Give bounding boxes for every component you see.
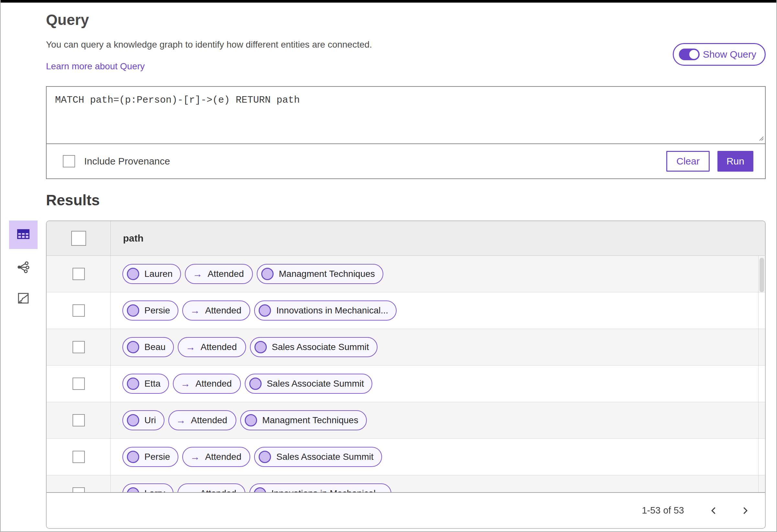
- graph-view-button[interactable]: [9, 253, 37, 282]
- node-circle-icon: [127, 304, 139, 317]
- edge-label: Attended: [205, 305, 241, 316]
- row-checkbox[interactable]: [73, 487, 85, 492]
- table-scrollbar[interactable]: [758, 256, 765, 492]
- node-pill[interactable]: Sales Associate Summit: [245, 374, 372, 394]
- table-row: Etta →Attended Sales Associate Summit: [46, 365, 765, 402]
- node-pill[interactable]: Innovations in Mechanical...: [249, 484, 392, 492]
- node-circle-icon: [261, 268, 273, 280]
- table-row: Persie →Attended Sales Associate Summit: [46, 439, 765, 475]
- arrow-right-icon: →: [193, 269, 202, 280]
- edge-pill[interactable]: →Attended: [173, 374, 241, 394]
- node-circle-icon: [127, 268, 139, 280]
- edge-pill[interactable]: →Attended: [169, 410, 236, 430]
- node-label: Managment Techniques: [262, 415, 358, 425]
- edge-pill[interactable]: →Attended: [182, 301, 250, 321]
- table-header-row: path: [46, 221, 765, 256]
- query-editor-input[interactable]: MATCH path=(p:Person)-[r]->(e) RETURN pa…: [46, 87, 765, 143]
- map-view-button[interactable]: [9, 285, 37, 313]
- select-all-checkbox[interactable]: [71, 231, 86, 246]
- query-description: You can query a knowledge graph to ident…: [46, 39, 372, 50]
- edge-label: Attended: [191, 415, 227, 425]
- node-pill[interactable]: Larry: [122, 484, 174, 492]
- arrow-right-icon: →: [176, 415, 186, 426]
- node-pill[interactable]: Persie: [122, 447, 179, 467]
- node-pill[interactable]: Uri: [122, 410, 164, 430]
- node-pill[interactable]: Managment Techniques: [257, 264, 383, 284]
- node-circle-icon: [245, 414, 257, 426]
- include-provenance-checkbox[interactable]: [63, 155, 75, 168]
- node-pill[interactable]: Persie: [122, 301, 179, 321]
- table-row: Uri →Attended Managment Techniques: [46, 402, 765, 439]
- table-row: Lauren →Attended Managment Techniques: [46, 256, 765, 292]
- node-circle-icon: [127, 378, 139, 390]
- table-view-button[interactable]: [9, 220, 37, 249]
- node-label: Managment Techniques: [279, 269, 375, 279]
- node-pill[interactable]: Innovations in Mechanical...: [254, 301, 397, 321]
- node-pill[interactable]: Sales Associate Summit: [254, 447, 382, 467]
- learn-more-link[interactable]: Learn more about Query: [46, 61, 145, 72]
- row-checkbox[interactable]: [73, 414, 85, 426]
- table-row: Beau →Attended Sales Associate Summit: [46, 329, 765, 365]
- node-label: Uri: [144, 415, 156, 425]
- node-pill[interactable]: Lauren: [122, 264, 181, 284]
- node-pill[interactable]: Etta: [122, 374, 169, 394]
- chevron-right-icon: [741, 506, 750, 515]
- graph-icon: [16, 260, 30, 276]
- results-pagination: 1-53 of 53: [46, 492, 765, 528]
- show-query-toggle[interactable]: Show Query: [673, 43, 766, 66]
- node-circle-icon: [249, 378, 261, 390]
- node-label: Etta: [144, 379, 160, 389]
- edge-label: Attended: [208, 269, 244, 279]
- node-label: Sales Associate Summit: [276, 452, 373, 462]
- results-table-card: path Lauren →Attended Managment Techniqu…: [46, 220, 766, 529]
- node-pill[interactable]: Managment Techniques: [240, 410, 367, 430]
- run-button[interactable]: Run: [717, 151, 753, 172]
- resize-grip-icon[interactable]: [758, 135, 764, 142]
- node-label: Persie: [144, 452, 170, 462]
- edge-pill[interactable]: →Attended: [178, 484, 245, 492]
- node-circle-icon: [127, 414, 139, 426]
- node-circle-icon: [127, 341, 139, 353]
- query-editor-wrap: MATCH path=(p:Person)-[r]->(e) RETURN pa…: [46, 87, 765, 144]
- node-circle-icon: [259, 304, 271, 317]
- node-label: Innovations in Mechanical...: [271, 488, 383, 492]
- edge-label: Attended: [196, 379, 232, 389]
- edge-pill[interactable]: →Attended: [182, 447, 250, 467]
- page-title: Query: [46, 12, 372, 28]
- edge-pill[interactable]: →Attended: [185, 264, 253, 284]
- edge-label: Attended: [200, 342, 237, 352]
- node-pill[interactable]: Sales Associate Summit: [250, 337, 377, 357]
- next-page-button[interactable]: [738, 504, 752, 518]
- table-icon: [16, 227, 31, 243]
- query-section-header: Query You can query a knowledge graph to…: [46, 3, 766, 72]
- edge-pill[interactable]: →Attended: [178, 337, 246, 357]
- node-label: Innovations in Mechanical...: [276, 305, 388, 316]
- node-pill[interactable]: Beau: [122, 337, 174, 357]
- node-label: Sales Associate Summit: [267, 379, 364, 389]
- edge-label: Attended: [200, 488, 236, 492]
- window-top-edge: [0, 0, 777, 3]
- table-row: Larry →Attended Innovations in Mechanica…: [46, 475, 765, 492]
- map-icon: [16, 292, 30, 306]
- row-checkbox[interactable]: [73, 451, 85, 463]
- row-checkbox[interactable]: [73, 304, 85, 317]
- node-circle-icon: [254, 341, 267, 353]
- row-checkbox[interactable]: [73, 268, 85, 280]
- results-view-sidebar: [9, 220, 37, 313]
- node-circle-icon: [127, 487, 139, 492]
- row-checkbox[interactable]: [73, 341, 85, 353]
- scrollbar-thumb[interactable]: [760, 258, 764, 292]
- node-label: Persie: [144, 305, 170, 316]
- arrow-right-icon: →: [185, 488, 195, 492]
- row-checkbox[interactable]: [73, 378, 85, 390]
- node-label: Sales Associate Summit: [272, 342, 369, 352]
- query-footer: Include Provenance Clear Run: [46, 144, 765, 179]
- toggle-switch-icon[interactable]: [679, 48, 700, 60]
- edge-label: Attended: [205, 452, 241, 462]
- arrow-right-icon: →: [190, 451, 200, 462]
- previous-page-button[interactable]: [707, 504, 721, 518]
- clear-button[interactable]: Clear: [666, 151, 710, 172]
- node-circle-icon: [127, 451, 139, 463]
- arrow-right-icon: →: [186, 342, 195, 353]
- path-column-header: path: [111, 221, 765, 255]
